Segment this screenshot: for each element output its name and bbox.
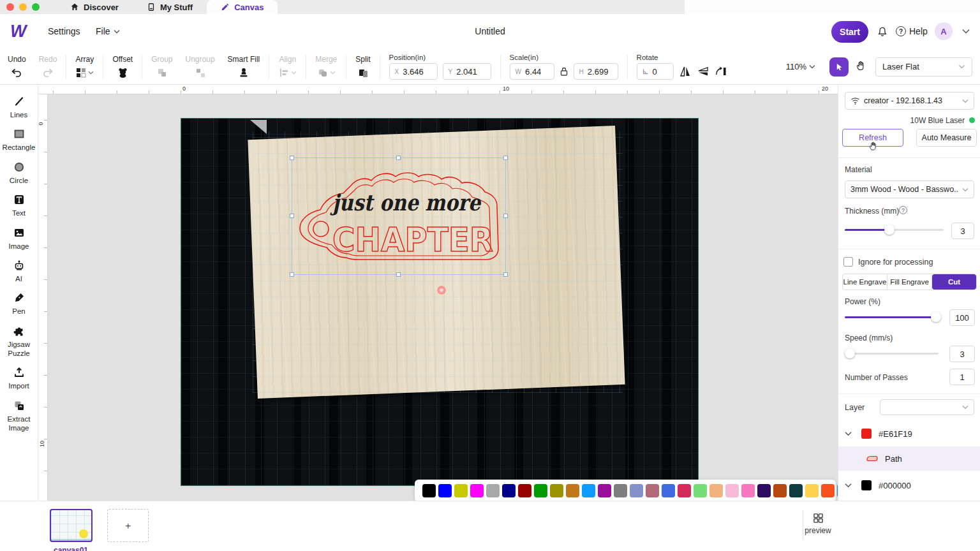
notifications-bell-icon[interactable] (877, 26, 888, 40)
array-button[interactable]: Array (69, 55, 100, 79)
rotate-input[interactable]: 0 (637, 63, 674, 80)
position-y-input[interactable]: Y 2.041 (443, 63, 491, 80)
layer-color-swatch[interactable] (861, 429, 872, 439)
color-swatch[interactable] (486, 484, 500, 497)
device-select[interactable]: creator - 192.168.1.43 (845, 92, 974, 110)
color-swatch[interactable] (741, 484, 755, 497)
color-swatch[interactable] (694, 484, 707, 497)
color-swatch[interactable] (805, 484, 819, 497)
color-swatch[interactable] (598, 484, 611, 497)
color-swatch[interactable] (725, 484, 739, 497)
layer-group-red[interactable]: #E61F19 (838, 425, 980, 442)
color-swatch[interactable] (646, 484, 659, 497)
selection-box[interactable] (292, 158, 506, 275)
color-swatch[interactable] (518, 484, 531, 497)
lock-icon[interactable] (560, 66, 568, 77)
zoom-control[interactable]: 110% (781, 62, 820, 71)
rotate-object-icon[interactable] (715, 66, 727, 77)
tab-cut[interactable]: Cut (932, 274, 976, 290)
color-swatch[interactable] (454, 484, 468, 497)
avatar[interactable]: A (935, 22, 953, 40)
scale-width-input[interactable]: W 6.44 (510, 63, 554, 80)
passes-input[interactable] (949, 369, 975, 385)
page-thumbnail-active[interactable] (50, 509, 93, 542)
selection-handle[interactable] (503, 272, 508, 277)
group-button[interactable]: Group (145, 55, 179, 79)
color-swatch[interactable] (662, 484, 675, 497)
color-swatch[interactable] (534, 484, 547, 497)
color-swatch[interactable] (630, 484, 643, 497)
color-swatch[interactable] (678, 484, 691, 497)
start-button[interactable]: Start (831, 21, 868, 43)
merge-button[interactable]: Merge (309, 55, 343, 79)
thickness-input[interactable] (951, 223, 974, 239)
power-slider[interactable] (845, 316, 939, 318)
tool-image[interactable]: Image (1, 226, 38, 251)
smart-fill-button[interactable]: Smart Fill (221, 55, 267, 79)
selection-handle[interactable] (396, 156, 401, 160)
thickness-slider[interactable] (845, 229, 944, 231)
flip-vertical-icon[interactable] (697, 66, 709, 77)
color-swatch[interactable] (550, 484, 563, 497)
tool-import[interactable]: Import (1, 366, 38, 390)
tool-lines[interactable]: Lines (1, 95, 38, 119)
preview-button[interactable]: preview (805, 513, 831, 535)
undo-button[interactable]: Undo (0, 55, 33, 79)
select-tool-button[interactable] (829, 57, 849, 77)
pan-tool-button[interactable] (855, 60, 866, 74)
selection-handle[interactable] (290, 156, 294, 160)
ignore-processing-checkbox[interactable] (843, 257, 853, 267)
tool-extract-image[interactable]: Extract Image (1, 399, 38, 433)
tab-discover[interactable]: Discover (56, 0, 133, 14)
thickness-help-icon[interactable]: ? (899, 206, 907, 214)
account-chevron-down-icon[interactable] (962, 29, 970, 34)
tool-ai[interactable]: AI (1, 259, 38, 283)
speed-input[interactable] (949, 346, 975, 362)
close-window-button[interactable] (6, 3, 14, 11)
selection-handle[interactable] (503, 156, 508, 160)
ungroup-button[interactable]: Ungroup (179, 55, 221, 79)
color-swatch[interactable] (422, 484, 436, 497)
split-button[interactable]: Split (349, 55, 376, 79)
flip-horizontal-icon[interactable] (679, 66, 692, 77)
layer-path-red[interactable]: Path (838, 446, 980, 471)
add-page-button[interactable]: ＋ (107, 509, 149, 542)
color-swatch[interactable] (502, 484, 516, 497)
power-input[interactable] (949, 309, 975, 326)
help-button[interactable]: ? Help (896, 26, 928, 36)
tool-pen[interactable]: Pen (1, 291, 38, 316)
mode-select[interactable]: Laser Flat (875, 57, 972, 77)
color-swatch[interactable] (757, 484, 771, 497)
layer-select[interactable] (880, 399, 974, 415)
tab-line-engrave[interactable]: Line Engrave (843, 274, 887, 290)
selection-handle[interactable] (396, 272, 401, 277)
selection-handle[interactable] (290, 272, 294, 277)
layer-group-black[interactable]: #000000 (838, 477, 980, 494)
align-button[interactable]: Align (272, 55, 303, 79)
layer-color-swatch[interactable] (861, 480, 872, 490)
position-x-input[interactable]: X 3.646 (389, 63, 438, 80)
color-swatch[interactable] (566, 484, 579, 497)
refresh-button[interactable]: Refresh (842, 129, 903, 147)
tab-fill-engrave[interactable]: Fill Engrave (887, 274, 932, 290)
scale-height-input[interactable]: H 2.699 (574, 63, 618, 80)
material-select[interactable]: 3mm Wood - Wood - Basswo... (845, 180, 974, 198)
offset-button[interactable]: Offset (106, 55, 139, 79)
canvas-area[interactable]: just one more CHAPTER ✕ (48, 94, 838, 501)
tool-text[interactable]: Text (1, 193, 38, 217)
tool-rectangle[interactable]: Rectangle (1, 128, 38, 152)
maximize-window-button[interactable] (32, 3, 40, 11)
tool-circle[interactable]: Circle (1, 161, 38, 185)
color-swatch[interactable] (614, 484, 627, 497)
color-swatch[interactable] (438, 484, 452, 497)
selection-handle[interactable] (503, 214, 508, 218)
auto-measure-button[interactable]: Auto Measure (916, 129, 977, 147)
color-swatch[interactable] (773, 484, 787, 497)
tab-my-stuff[interactable]: My Stuff (133, 0, 207, 14)
selection-handle[interactable] (290, 214, 294, 218)
color-swatch[interactable] (470, 484, 484, 497)
color-swatch[interactable] (709, 484, 723, 497)
redo-button[interactable]: Redo (33, 55, 64, 79)
tool-jigsaw[interactable]: Jigsaw Puzzle (1, 325, 38, 358)
color-swatch[interactable] (789, 484, 803, 497)
